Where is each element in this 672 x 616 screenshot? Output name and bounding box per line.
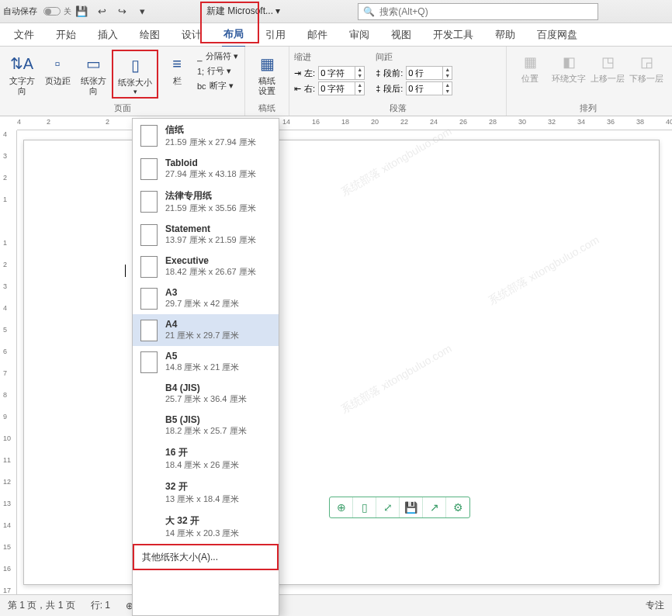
status-page[interactable]: 第 1 页，共 1 页 bbox=[8, 599, 75, 612]
paper-size-32-开[interactable]: 32 开13 厘米 x 18.4 厘米 bbox=[133, 476, 279, 510]
save-icon[interactable]: 💾 bbox=[71, 2, 92, 22]
paper-size-A3[interactable]: A329.7 厘米 x 42 厘米 bbox=[133, 282, 279, 314]
tab-help[interactable]: 帮助 bbox=[494, 23, 517, 47]
paper-size-button[interactable]: ▯纸张大小▾ bbox=[112, 50, 158, 99]
horizontal-ruler[interactable]: 42246810121416182022242628303234363840 bbox=[17, 116, 672, 130]
paper-size-A5[interactable]: A514.8 厘米 x 21 厘米 bbox=[133, 346, 279, 378]
indent-right-label: 右: bbox=[304, 83, 315, 95]
save-float-icon[interactable]: 💾 bbox=[400, 497, 423, 517]
text-cursor bbox=[125, 265, 126, 277]
group-label-paragraph: 段落 bbox=[294, 102, 501, 114]
share-icon[interactable]: ↗ bbox=[423, 497, 446, 517]
tab-draw[interactable]: 绘图 bbox=[138, 23, 161, 47]
tab-insert[interactable]: 插入 bbox=[96, 23, 120, 47]
group-grid: ▦稿纸 设置 稿纸 bbox=[245, 47, 289, 116]
space-before-label: 段前: bbox=[383, 67, 403, 79]
space-after-label: 段后: bbox=[383, 83, 403, 95]
breaks-button[interactable]: ⎯分隔符 ▾ bbox=[196, 50, 240, 63]
group-paragraph: 缩进 ⇥左: ▲▼ ⇤右: ▲▼ 间距 ‡段前: ▲▼ ‡段后: ▲▼ 段落 bbox=[289, 47, 507, 116]
paper-size-大-32-开[interactable]: 大 32 开14 厘米 x 20.3 厘米 bbox=[133, 510, 279, 544]
space-after-input[interactable]: ▲▼ bbox=[406, 81, 452, 95]
title-bar: 自动保存 关 💾 ↩ ↪ ▾ 新建 Microsoft... ▾ 🔍 bbox=[0, 0, 672, 23]
tab-review[interactable]: 审阅 bbox=[348, 23, 371, 47]
tab-file[interactable]: 文件 bbox=[12, 23, 36, 47]
paper-size-A4[interactable]: A421 厘米 x 29.7 厘米 bbox=[133, 314, 279, 346]
grid-settings-button[interactable]: ▦稿纸 设置 bbox=[250, 50, 284, 98]
paper-size-16-开[interactable]: 16 开18.4 厘米 x 26 厘米 bbox=[133, 441, 279, 476]
search-box[interactable]: 🔍 bbox=[358, 3, 598, 20]
group-page-setup: ⇅A文字方向 ▫页边距 ▭纸张方向 ▯纸张大小▾ ≡栏 ⎯分隔符 ▾ 1;行号 … bbox=[0, 47, 245, 116]
bring-forward-button: ◳上移一层 bbox=[589, 50, 626, 86]
tab-layout[interactable]: 布局 bbox=[222, 22, 245, 47]
ribbon-tabs: 文件 开始 插入 绘图 设计 布局 引用 邮件 审阅 视图 开发工具 帮助 百度… bbox=[0, 23, 672, 47]
paper-size-Tabloid[interactable]: Tabloid27.94 厘米 x 43.18 厘米 bbox=[133, 153, 279, 185]
expand-icon[interactable]: ⤢ bbox=[376, 497, 400, 517]
mobile-view-icon[interactable]: ▯ bbox=[353, 497, 376, 517]
ribbon-layout: ⇅A文字方向 ▫页边距 ▭纸张方向 ▯纸张大小▾ ≡栏 ⎯分隔符 ▾ 1;行号 … bbox=[0, 47, 672, 116]
paper-size-B4-(JIS)[interactable]: B4 (JIS)25.7 厘米 x 36.4 厘米 bbox=[133, 378, 279, 410]
status-bar: 第 1 页，共 1 页 行: 1 ⊕ 🧍辅助功能: 一切就绪 专注 bbox=[0, 594, 672, 616]
paper-size-信纸[interactable]: 信纸21.59 厘米 x 27.94 厘米 bbox=[133, 119, 279, 153]
send-backward-button: ◲下移一层 bbox=[628, 50, 665, 86]
tab-mailings[interactable]: 邮件 bbox=[306, 23, 329, 47]
paper-size-B5-(JIS)[interactable]: B5 (JIS)18.2 厘米 x 25.7 厘米 bbox=[133, 410, 279, 441]
text-direction-button[interactable]: ⇅A文字方向 bbox=[5, 50, 39, 98]
paper-size-法律专用纸[interactable]: 法律专用纸21.59 厘米 x 35.56 厘米 bbox=[133, 185, 279, 219]
indent-header: 缩进 bbox=[294, 51, 365, 63]
qat-dropdown-icon[interactable]: ▾ bbox=[132, 2, 152, 22]
paper-size-Statement[interactable]: Statement13.97 厘米 x 21.59 厘米 bbox=[133, 219, 279, 251]
columns-button[interactable]: ≡栏 bbox=[160, 50, 194, 88]
tab-baidu[interactable]: 百度网盘 bbox=[535, 23, 579, 47]
status-focus[interactable]: 专注 bbox=[646, 599, 664, 612]
group-label-arrange: 排列 bbox=[511, 102, 665, 114]
group-label-pagesetup: 页面 bbox=[5, 102, 240, 114]
group-arrange: ▦位置 ◧环绕文字 ◳上移一层 ◲下移一层 排列 bbox=[507, 47, 670, 116]
floating-toolbar: ⊕ ▯ ⤢ 💾 ↗ ⚙ bbox=[329, 497, 470, 518]
tab-developer[interactable]: 开发工具 bbox=[431, 23, 475, 47]
spacing-header: 间距 bbox=[376, 51, 452, 63]
other-paper-size-button[interactable]: 其他纸张大小(A)... bbox=[133, 544, 279, 570]
tab-references[interactable]: 引用 bbox=[264, 23, 287, 47]
tab-design[interactable]: 设计 bbox=[180, 23, 203, 47]
indent-left-input[interactable]: ▲▼ bbox=[318, 66, 365, 80]
search-input[interactable] bbox=[379, 6, 593, 17]
zoom-search-icon[interactable]: ⊕ bbox=[330, 497, 353, 517]
autosave-label: 自动保存 bbox=[3, 5, 37, 17]
line-numbers-button[interactable]: 1;行号 ▾ bbox=[196, 64, 240, 78]
autosave-toggle[interactable] bbox=[43, 7, 61, 16]
paper-size-dropdown: 信纸21.59 厘米 x 27.94 厘米Tabloid27.94 厘米 x 4… bbox=[132, 118, 279, 616]
status-line[interactable]: 行: 1 bbox=[91, 599, 110, 612]
indent-left-label: 左: bbox=[304, 67, 315, 79]
redo-icon[interactable]: ↪ bbox=[112, 2, 132, 22]
space-before-input[interactable]: ▲▼ bbox=[406, 66, 452, 80]
search-icon: 🔍 bbox=[363, 6, 375, 17]
document-title[interactable]: 新建 Microsoft... ▾ bbox=[206, 5, 280, 18]
undo-icon[interactable]: ↩ bbox=[92, 2, 112, 22]
vertical-ruler[interactable]: 43211234567891011121314151617 bbox=[0, 130, 17, 594]
tab-home[interactable]: 开始 bbox=[54, 23, 78, 47]
group-label-grid: 稿纸 bbox=[250, 102, 284, 114]
indent-right-input[interactable]: ▲▼ bbox=[318, 81, 365, 95]
tab-view[interactable]: 视图 bbox=[390, 23, 413, 47]
orientation-button[interactable]: ▭纸张方向 bbox=[76, 50, 110, 98]
settings-icon[interactable]: ⚙ bbox=[446, 497, 469, 517]
margins-button[interactable]: ▫页边距 bbox=[40, 50, 74, 88]
position-button: ▦位置 bbox=[511, 50, 549, 86]
paper-size-Executive[interactable]: Executive18.42 厘米 x 26.67 厘米 bbox=[133, 251, 279, 282]
autosave-state: 关 bbox=[64, 6, 71, 17]
hyphenation-button[interactable]: bc断字 ▾ bbox=[196, 79, 240, 92]
wrap-text-button: ◧环绕文字 bbox=[550, 50, 587, 86]
